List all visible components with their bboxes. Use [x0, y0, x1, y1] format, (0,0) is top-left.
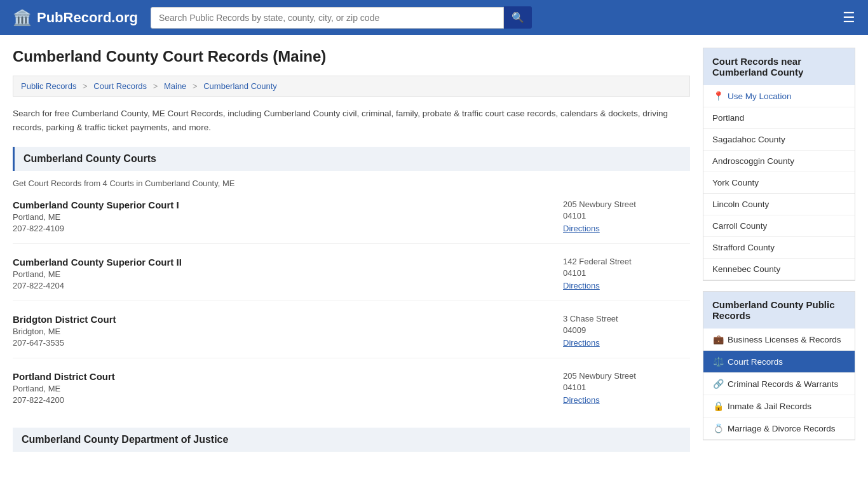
nearby-carroll[interactable]: Carroll County — [703, 215, 855, 237]
page-title: Cumberland County Court Records (Maine) — [13, 48, 690, 65]
criminal-icon: 🔗 — [712, 379, 724, 389]
public-records-court[interactable]: ⚖️ Court Records — [703, 351, 855, 373]
court-listing-4: Portland District Court Portland, ME 207… — [13, 371, 690, 415]
court-1-directions[interactable]: Directions — [563, 224, 600, 233]
search-input[interactable] — [151, 7, 504, 29]
breadcrumb-sep-1: > — [83, 81, 88, 91]
use-location-label: Use My Location — [728, 92, 792, 101]
nearby-carroll-label: Carroll County — [712, 221, 767, 231]
nearby-strafford-label: Strafford County — [712, 243, 775, 252]
court-1-address: 205 Newbury Street — [563, 200, 690, 209]
nearby-sagadahoc-label: Sagadahoc County — [712, 135, 785, 144]
nearby-york[interactable]: York County — [703, 172, 855, 194]
page-description: Search for free Cumberland County, ME Co… — [13, 107, 690, 134]
court-1-phone: 207-822-4109 — [13, 224, 563, 233]
court-listing-3: Bridgton District Court Bridgton, ME 207… — [13, 314, 690, 358]
search-button[interactable]: 🔍 — [504, 6, 532, 29]
public-records-title: Cumberland County Public Records — [703, 292, 855, 329]
courts-sub-description: Get Court Records from 4 Courts in Cumbe… — [13, 179, 690, 188]
court-listing-2: Cumberland County Superior Court II Port… — [13, 257, 690, 301]
court-4-zip: 04101 — [563, 383, 690, 392]
main-container: Cumberland County Court Records (Maine) … — [0, 35, 868, 464]
court-icon: ⚖️ — [712, 356, 724, 367]
nearby-sagadahoc[interactable]: Sagadahoc County — [703, 129, 855, 151]
location-pin-icon: 📍 — [712, 91, 724, 101]
court-2-city: Portland, ME — [13, 269, 563, 279]
logo[interactable]: 🏛️ PubRecord.org — [13, 9, 138, 27]
briefcase-icon: 💼 — [712, 334, 724, 344]
court-records-label: Court Records — [728, 357, 783, 367]
public-records-criminal[interactable]: 🔗 Criminal Records & Warrants — [703, 373, 855, 395]
lock-icon: 🔒 — [712, 401, 724, 411]
court-1-name: Cumberland County Superior Court I — [13, 200, 563, 210]
hamburger-icon: ☰ — [843, 10, 855, 25]
nearby-lincoln-label: Lincoln County — [712, 200, 769, 209]
search-icon: 🔍 — [512, 12, 524, 23]
nearby-strafford[interactable]: Strafford County — [703, 237, 855, 259]
header: 🏛️ PubRecord.org 🔍 ☰ — [0, 0, 868, 35]
court-3-name: Bridgton District Court — [13, 314, 563, 325]
criminal-records-label: Criminal Records & Warrants — [728, 379, 838, 389]
nearby-lincoln[interactable]: Lincoln County — [703, 194, 855, 215]
nearby-kennebec-label: Kennebec County — [712, 264, 780, 274]
content-area: Cumberland County Court Records (Maine) … — [13, 48, 690, 452]
courts-section-title: Cumberland County Courts — [24, 153, 681, 165]
nearby-portland[interactable]: Portland — [703, 107, 855, 129]
menu-button[interactable]: ☰ — [843, 10, 855, 26]
logo-icon: 🏛️ — [13, 9, 32, 27]
inmate-records-label: Inmate & Jail Records — [728, 402, 811, 411]
court-3-directions[interactable]: Directions — [563, 338, 600, 348]
court-4-directions[interactable]: Directions — [563, 395, 600, 405]
court-4-name: Portland District Court — [13, 371, 563, 382]
court-2-zip: 04101 — [563, 268, 690, 278]
use-location-item[interactable]: 📍 Use My Location — [703, 85, 855, 107]
court-1-city: Portland, ME — [13, 212, 563, 222]
court-3-zip: 04009 — [563, 325, 690, 335]
court-1-zip: 04101 — [563, 211, 690, 220]
public-records-nav: Cumberland County Public Records 💼 Busin… — [703, 291, 855, 440]
nearby-courts-nav: Court Records near Cumberland County 📍 U… — [703, 48, 855, 281]
public-records-business[interactable]: 💼 Business Licenses & Records — [703, 329, 855, 351]
marriage-icon: 💍 — [712, 423, 724, 433]
court-2-name: Cumberland County Superior Court II — [13, 257, 563, 268]
breadcrumb-court-records[interactable]: Court Records — [93, 81, 147, 91]
business-licenses-label: Business Licenses & Records — [728, 335, 841, 344]
breadcrumb-maine[interactable]: Maine — [164, 81, 186, 91]
dept-section-header: Cumberland County Department of Justice — [13, 428, 690, 452]
breadcrumb-sep-3: > — [193, 81, 198, 91]
dept-section-title: Cumberland County Department of Justice — [22, 434, 681, 445]
nearby-kennebec[interactable]: Kennebec County — [703, 259, 855, 280]
court-4-phone: 207-822-4200 — [13, 395, 563, 405]
nearby-courts-title: Court Records near Cumberland County — [703, 48, 855, 85]
public-records-marriage[interactable]: 💍 Marriage & Divorce Records — [703, 417, 855, 440]
court-2-address: 142 Federal Street — [563, 257, 690, 266]
court-4-city: Portland, ME — [13, 384, 563, 393]
breadcrumb-sep-2: > — [153, 81, 158, 91]
nearby-androscoggin[interactable]: Androscoggin County — [703, 151, 855, 172]
logo-text: PubRecord.org — [37, 10, 138, 26]
court-4-address: 205 Newbury Street — [563, 371, 690, 381]
courts-section-header: Cumberland County Courts — [13, 147, 690, 171]
breadcrumb: Public Records > Court Records > Maine >… — [13, 76, 690, 97]
breadcrumb-cumberland-county[interactable]: Cumberland County — [203, 81, 277, 91]
court-3-address: 3 Chase Street — [563, 314, 690, 323]
court-listing-1: Cumberland County Superior Court I Portl… — [13, 200, 690, 244]
nearby-portland-label: Portland — [712, 113, 744, 123]
nearby-york-label: York County — [712, 178, 759, 187]
court-2-directions[interactable]: Directions — [563, 281, 600, 290]
courts-list: Cumberland County Superior Court I Portl… — [13, 200, 690, 415]
breadcrumb-public-records[interactable]: Public Records — [21, 81, 76, 91]
court-3-city: Bridgton, ME — [13, 327, 563, 336]
court-3-phone: 207-647-3535 — [13, 338, 563, 348]
marriage-records-label: Marriage & Divorce Records — [728, 424, 836, 433]
search-bar: 🔍 — [151, 6, 532, 29]
sidebar: Court Records near Cumberland County 📍 U… — [703, 48, 855, 452]
nearby-androscoggin-label: Androscoggin County — [712, 156, 794, 166]
court-2-phone: 207-822-4204 — [13, 281, 563, 290]
public-records-inmate[interactable]: 🔒 Inmate & Jail Records — [703, 395, 855, 417]
